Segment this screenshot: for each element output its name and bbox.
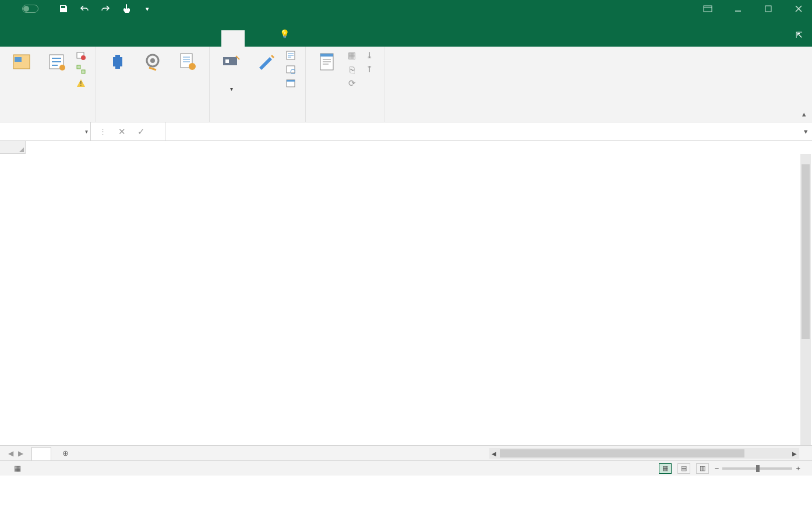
view-code-button[interactable] bbox=[285, 64, 299, 75]
cancel-formula-icon[interactable]: ✕ bbox=[118, 126, 126, 137]
tab-formulas[interactable] bbox=[128, 30, 151, 47]
normal-view-button[interactable]: ▦ bbox=[659, 463, 672, 474]
warning-icon: ! bbox=[76, 78, 86, 89]
map-properties-button: ▦ bbox=[347, 50, 361, 61]
group-label-controls bbox=[216, 109, 299, 121]
properties-icon bbox=[285, 50, 296, 61]
xml-source-button[interactable] bbox=[312, 49, 343, 109]
add-sheet-button[interactable]: ⊕ bbox=[58, 446, 72, 460]
tab-home[interactable] bbox=[35, 30, 58, 47]
svg-point-14 bbox=[189, 63, 196, 70]
undo-icon[interactable] bbox=[79, 3, 90, 14]
sheet-tab-active[interactable] bbox=[31, 447, 51, 460]
ribbon-group-code: ! bbox=[0, 47, 96, 122]
com-addins-button[interactable] bbox=[172, 49, 203, 109]
status-bar: ▦ ▦ ▤ ▥ − + bbox=[0, 460, 812, 476]
expand-formula-bar-icon[interactable]: ▾ bbox=[799, 122, 812, 140]
redo-icon[interactable] bbox=[100, 3, 111, 14]
ribbon-options-icon[interactable] bbox=[699, 3, 716, 15]
com-addins-icon bbox=[177, 51, 198, 72]
share-icon: ⇱ bbox=[796, 30, 803, 40]
tab-layout[interactable] bbox=[105, 30, 128, 47]
spreadsheet-grid bbox=[0, 141, 812, 445]
macros-icon bbox=[46, 51, 67, 72]
namebox-expand-icon[interactable]: ⋮ bbox=[99, 127, 107, 136]
quick-access-toolbar: ▾ bbox=[58, 3, 153, 14]
cells-area[interactable] bbox=[0, 154, 812, 445]
zoom-in-icon[interactable]: + bbox=[796, 464, 800, 473]
share-button[interactable]: ⇱ bbox=[796, 30, 805, 40]
tab-view[interactable] bbox=[198, 30, 221, 47]
svg-rect-1 bbox=[765, 6, 771, 12]
save-icon[interactable] bbox=[58, 3, 69, 14]
touch-mode-icon[interactable] bbox=[121, 3, 132, 14]
ribbon-group-xml: ▦ ⎘ ⟳ ⤓ ⤒ bbox=[306, 47, 384, 122]
sheet-nav-prev-icon[interactable]: ◀ bbox=[8, 449, 13, 457]
excel-addins-icon bbox=[142, 51, 163, 72]
tab-insert[interactable] bbox=[58, 30, 82, 47]
insert-control-icon bbox=[221, 51, 242, 72]
hscroll-left-icon[interactable]: ◀ bbox=[489, 449, 499, 458]
titlebar: ▾ bbox=[0, 0, 812, 17]
close-icon[interactable] bbox=[790, 3, 807, 15]
sheet-nav-next-icon[interactable]: ▶ bbox=[18, 449, 23, 457]
design-mode-button[interactable] bbox=[250, 49, 282, 109]
maximize-icon[interactable] bbox=[760, 3, 777, 15]
macros-button[interactable] bbox=[41, 49, 72, 109]
macro-security-button[interactable]: ! bbox=[76, 78, 90, 89]
formula-input[interactable] bbox=[165, 122, 799, 140]
insert-control-button[interactable]: ▾ bbox=[216, 49, 247, 109]
page-break-view-button[interactable]: ▥ bbox=[696, 463, 709, 474]
enter-formula-icon[interactable]: ✓ bbox=[137, 126, 145, 137]
tab-data[interactable] bbox=[151, 30, 175, 47]
refresh-data-button: ⟳ bbox=[347, 78, 361, 89]
namebox-dropdown-icon[interactable]: ▾ bbox=[85, 128, 88, 135]
horizontal-scrollbar[interactable]: ◀ ▶ bbox=[489, 448, 799, 459]
design-mode-icon bbox=[256, 51, 277, 72]
svg-rect-3 bbox=[15, 57, 22, 62]
relative-ref-icon bbox=[76, 64, 86, 75]
record-macro-button[interactable] bbox=[76, 50, 90, 61]
qat-dropdown-icon[interactable]: ▾ bbox=[142, 3, 153, 14]
minimize-icon[interactable] bbox=[729, 3, 747, 15]
tab-developer[interactable] bbox=[221, 30, 245, 47]
properties-button[interactable] bbox=[285, 50, 299, 61]
tab-draw[interactable] bbox=[82, 30, 105, 47]
svg-point-7 bbox=[81, 55, 86, 60]
tab-addins[interactable] bbox=[245, 30, 268, 47]
view-code-icon bbox=[285, 64, 296, 75]
tab-review[interactable] bbox=[175, 30, 198, 47]
expansion-pack-button: ⎘ bbox=[347, 64, 361, 75]
tell-me-search[interactable]: 💡 bbox=[280, 29, 293, 47]
vertical-scrollbar[interactable] bbox=[800, 154, 811, 445]
macro-recorder-icon[interactable]: ▦ bbox=[14, 464, 21, 473]
tab-file[interactable] bbox=[12, 30, 35, 47]
svg-rect-9 bbox=[82, 70, 85, 73]
select-all-button[interactable] bbox=[0, 141, 26, 154]
export-icon: ⤒ bbox=[364, 64, 375, 75]
name-box[interactable]: ▾ bbox=[0, 122, 91, 140]
sheet-tab-bar: ◀ ▶ ⊕ ◀ ▶ bbox=[0, 445, 812, 460]
hscroll-right-icon[interactable]: ▶ bbox=[790, 449, 799, 458]
excel-addins-button[interactable] bbox=[137, 49, 168, 109]
zoom-slider[interactable]: − + bbox=[715, 464, 800, 473]
run-dialog-button[interactable] bbox=[285, 78, 299, 89]
collapse-ribbon-icon[interactable]: ▴ bbox=[802, 110, 806, 118]
relative-ref-button[interactable] bbox=[76, 64, 90, 75]
run-dialog-icon bbox=[285, 78, 296, 89]
page-layout-view-button[interactable]: ▤ bbox=[677, 463, 690, 474]
formula-bar: ▾ ⋮ ✕ ✓ ▾ bbox=[0, 122, 812, 141]
xml-source-icon bbox=[317, 51, 338, 72]
xml-export-button: ⤒ bbox=[364, 64, 378, 75]
svg-point-12 bbox=[150, 58, 155, 63]
autosave-toggle[interactable] bbox=[20, 5, 42, 13]
visual-basic-button[interactable] bbox=[6, 49, 37, 109]
ribbon-group-controls: ▾ bbox=[210, 47, 306, 122]
group-label-code bbox=[6, 109, 90, 121]
addins-button[interactable] bbox=[102, 49, 133, 109]
visual-basic-icon bbox=[11, 51, 32, 72]
xml-import-button: ⤓ bbox=[364, 50, 378, 61]
zoom-out-icon[interactable]: − bbox=[715, 464, 719, 473]
map-props-icon: ▦ bbox=[347, 50, 357, 61]
ribbon-group-addins bbox=[96, 47, 210, 122]
